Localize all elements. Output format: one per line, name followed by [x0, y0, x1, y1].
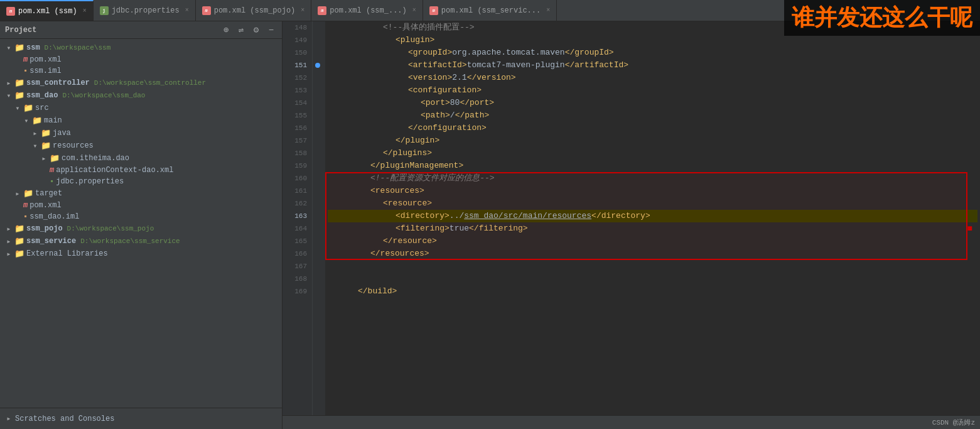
code-line-151: <artifactId>tomcat7-maven-plugin</artifa… — [328, 59, 977, 72]
arrow-icon — [40, 155, 48, 162]
tree-label: src — [35, 104, 49, 112]
code-line-158: </plugins> — [328, 147, 977, 160]
tree-label: pom.xml — [30, 55, 61, 64]
tab-jdbc[interactable]: j jdbc.properties × — [94, 0, 196, 21]
sync-icon[interactable]: ⊕ — [220, 24, 232, 36]
tab-pom-ssm2[interactable]: m pom.xml (ssm_...) × — [311, 0, 423, 21]
gutter-slot — [313, 122, 323, 134]
tree-item-java[interactable]: 📁 java — [0, 127, 282, 139]
line-num-current: 163 — [285, 210, 307, 222]
tree-label: pom.xml — [30, 201, 61, 210]
tree-label: jdbc.properties — [56, 177, 124, 186]
arrow-icon — [14, 104, 21, 112]
gutter-slot — [313, 21, 323, 34]
editor-content: 148 149 150 151 152 153 154 155 156 157 … — [283, 21, 980, 415]
equalize-icon[interactable]: ⇌ — [235, 24, 247, 36]
tree-path: D:\workspace\ssm_pojo — [67, 225, 154, 232]
line-num: 166 — [285, 247, 307, 260]
gutter-slot — [313, 235, 323, 247]
arrow-icon — [31, 129, 39, 137]
gutter-slot — [313, 160, 323, 172]
tree-item-ssm-service[interactable]: 📁 ssm_service D:\workspace\ssm_service — [0, 235, 282, 247]
code-line-153: <configuration> — [328, 84, 977, 97]
tree-item-ssm-dao[interactable]: 📁 ssm_dao D:\workspace\ssm_dao — [0, 89, 282, 102]
tree-item-pom-ssm[interactable]: m pom.xml — [0, 54, 282, 65]
tree-label: ssm.iml — [30, 67, 61, 75]
tree-item-app-ctx[interactable]: m applicationContext-dao.xml — [0, 165, 282, 176]
gutter-slot — [313, 285, 323, 298]
tree-label: com.itheima.dao — [62, 154, 129, 163]
arrow-icon — [5, 79, 13, 87]
tab-label: pom.xml (ssm_servic... — [441, 6, 541, 15]
tree-path: D:\workspace\ssm_dao — [62, 92, 145, 99]
folder-icon: 📁 — [41, 141, 51, 151]
line-num: 161 — [285, 185, 307, 197]
tree-item-jdbc-props[interactable]: ▪ jdbc.properties — [0, 176, 282, 187]
scratches-footer[interactable]: Scratches and Consoles — [0, 408, 282, 429]
tree-item-src[interactable]: 📁 src — [0, 102, 282, 114]
tree-item-ext-libs[interactable]: 📁 External Libraries — [0, 247, 282, 260]
gutter-slot — [313, 197, 323, 210]
tree-item-pom-dao[interactable]: m pom.xml — [0, 200, 282, 211]
gutter-slot — [313, 260, 323, 273]
tree-item-ssm-iml[interactable]: ▪ ssm.iml — [0, 65, 282, 77]
folder-icon: 📁 — [14, 78, 24, 88]
tab-close-btn[interactable]: × — [185, 7, 189, 14]
settings-icon[interactable]: ⚙ — [250, 24, 262, 36]
line-num: 155 — [285, 109, 307, 122]
xml-icon: m — [6, 7, 15, 16]
arrow-icon — [31, 142, 39, 149]
code-editor[interactable]: ■ <!--具体的插件配置--> <plugin> <groupId>org.a… — [325, 21, 980, 415]
tree-label: main — [44, 116, 62, 125]
close-sidebar-icon[interactable]: − — [266, 24, 277, 36]
overlay-text: 谁并发还这么干呢 — [784, 0, 980, 36]
folder-icon: 📁 — [32, 116, 42, 126]
code-line-157: </plugin> — [328, 134, 977, 147]
tab-close-btn[interactable]: × — [83, 8, 87, 14]
tree-item-ssm-dao-iml[interactable]: ▪ ssm_dao.iml — [0, 211, 282, 222]
xml-file-icon: m — [50, 166, 54, 175]
tree-item-com-itheima-dao[interactable]: 📁 com.itheima.dao — [0, 152, 282, 165]
sidebar-icons: ⊕ ⇌ ⚙ − — [220, 24, 277, 36]
bookmark-red: ■ — [967, 222, 972, 235]
folder-icon: 📁 — [23, 188, 33, 198]
tab-label: pom.xml (ssm_...) — [330, 6, 406, 15]
gutter-slot — [313, 97, 323, 109]
sidebar-tree: 📁 ssm D:\workspace\ssm m pom.xml ▪ ssm.i… — [0, 39, 282, 408]
tree-item-main[interactable]: 📁 main — [0, 114, 282, 127]
tree-label: java — [53, 129, 71, 138]
tree-path: D:\workspace\ssm_service — [80, 237, 180, 245]
tab-label: pom.xml (ssm_pojo) — [214, 6, 296, 15]
tab-pom-pojo[interactable]: m pom.xml (ssm_pojo) × — [196, 0, 312, 21]
line-num: 168 — [285, 273, 307, 285]
line-num: 156 — [285, 122, 307, 134]
gutter-slot — [313, 109, 323, 122]
tab-pom-ssm[interactable]: m pom.xml (ssm) × — [0, 0, 94, 21]
code-line-159: </pluginManagement> — [328, 160, 977, 172]
tab-pom-service[interactable]: m pom.xml (ssm_servic... × — [423, 0, 557, 21]
tree-label: ssm — [26, 43, 40, 52]
code-line-169: </build> — [328, 285, 977, 298]
folder-icon: 📁 — [14, 90, 24, 100]
tab-close-btn[interactable]: × — [412, 7, 416, 14]
code-line-168 — [328, 273, 977, 285]
tree-item-target[interactable]: 📁 target — [0, 187, 282, 200]
tab-close-btn[interactable]: × — [546, 7, 550, 14]
arrow-icon — [5, 92, 13, 99]
line-num: 150 — [285, 46, 307, 59]
xml-file-icon: m — [23, 55, 28, 64]
iml-icon: ▪ — [23, 67, 28, 75]
tree-item-ssm-controller[interactable]: 📁 ssm_controller D:\workspace\ssm_contro… — [0, 77, 282, 89]
arrow-icon — [23, 117, 30, 124]
tab-close-btn[interactable]: × — [301, 7, 304, 14]
tree-item-ssm[interactable]: 📁 ssm D:\workspace\ssm — [0, 41, 282, 54]
folder-icon: 📁 — [50, 153, 60, 163]
tree-item-resources[interactable]: 📁 resources — [0, 139, 282, 152]
line-num: 162 — [285, 197, 307, 210]
sidebar: Project ⊕ ⇌ ⚙ − 📁 ssm D:\workspace\ssm m… — [0, 21, 283, 429]
tree-item-ssm-pojo[interactable]: 📁 ssm_pojo D:\workspace\ssm_pojo — [0, 222, 282, 235]
code-line-167 — [328, 260, 977, 273]
code-line-166: </resources> — [328, 247, 977, 260]
sidebar-title: Project — [5, 26, 36, 35]
tree-path: D:\workspace\ssm — [45, 44, 111, 52]
